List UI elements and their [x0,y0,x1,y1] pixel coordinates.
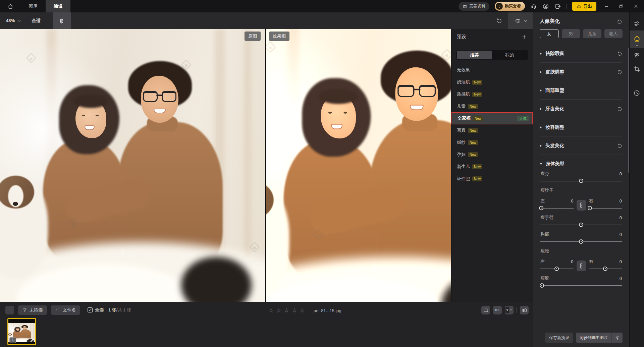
slider-knob[interactable] [579,223,583,227]
gender-male-button[interactable]: 男 [562,29,580,38]
complete-profile-button[interactable]: 完善资料 [459,2,489,11]
purchase-plan-label: 购买套餐 [505,3,521,9]
sync-settings-button[interactable] [612,333,623,343]
preset-item-none[interactable]: 无效果 [451,64,533,76]
slider-track[interactable] [589,266,622,272]
support-button[interactable] [530,3,537,10]
adjust-tool-button[interactable] [630,16,644,31]
zoom-level-value: 48% [6,18,15,23]
preset-item-maternity[interactable]: 孕妇New [451,149,533,161]
save-preset-button[interactable]: 保存新预设 [545,333,573,343]
add-photo-button[interactable] [5,306,14,314]
section-blemish-removal[interactable]: 祛除瑕疵 [533,44,629,63]
slider-track[interactable] [540,283,622,288]
preset-item-photo-shoot[interactable]: 写真New [451,124,533,136]
section-reset-button[interactable] [617,106,623,112]
close-button[interactable] [631,4,641,9]
star-icon[interactable] [300,307,305,314]
export-button[interactable]: 导出 [572,2,596,11]
logout-button[interactable] [554,3,561,10]
slider-knob[interactable] [603,267,607,271]
section-reset-button[interactable] [617,143,623,149]
zoom-level-dropdown[interactable]: 48% [0,18,20,23]
account-button[interactable] [542,3,549,10]
section-reset-button[interactable] [617,51,623,56]
link-sliders-button[interactable] [577,200,586,211]
dual-view-button[interactable] [520,306,529,314]
gender-elder-button[interactable]: 老人 [604,29,623,38]
reset-edits-button[interactable] [490,17,508,24]
tab-mine[interactable]: 我的 [492,51,527,59]
sync-to-selected-button[interactable]: 同步到选中图片 [576,333,612,343]
slider-track[interactable] [540,206,574,211]
slider-track[interactable] [540,222,622,228]
gender-selector: 女 男 儿童 老人 [533,24,629,44]
gender-child-button[interactable]: 儿童 [583,29,601,38]
funnel-icon [22,308,27,312]
fit-button[interactable]: 合适 [32,18,41,24]
slider-knob[interactable] [588,206,592,210]
restore-button[interactable] [616,4,626,9]
checkbox-checked-icon [88,307,93,312]
filmstrip-toggle-button[interactable] [481,306,490,314]
section-hair-beautify[interactable]: 头发美化 [533,136,629,155]
slider-value: 0 [620,171,622,176]
tab-edit[interactable]: 编辑 [46,0,70,12]
slider-knob[interactable] [579,179,583,183]
portrait-tag: 人像 [517,116,529,121]
clock-icon [633,90,640,97]
tool-strip [629,12,644,347]
color-circles-icon [633,52,640,59]
gender-female-button[interactable]: 女 [540,29,559,38]
star-icon[interactable] [268,307,274,314]
star-icon[interactable] [291,307,297,314]
preset-item-newborn[interactable]: 新生儿New [451,161,533,173]
chain-link-icon [579,263,584,269]
slider-track[interactable] [540,239,622,244]
color-tool-button[interactable] [630,48,644,62]
filter-button[interactable]: 未筛选 [18,305,47,315]
slider-knob[interactable] [540,283,544,288]
purchase-plan-button[interactable]: 购买套餐 [495,2,525,11]
tab-recommended[interactable]: 推荐 [457,51,492,59]
section-teeth-whiten[interactable]: 牙齿美化 [533,100,629,118]
preset-item-child[interactable]: 儿童New [451,100,533,112]
slider-knob[interactable] [579,239,583,244]
add-preset-button[interactable] [521,34,527,40]
section-reset-button[interactable] [617,69,623,75]
section-face-reshape[interactable]: 面部重塑 [533,81,629,100]
section-makeup-adjust[interactable]: 妆容调整 [533,118,629,136]
preset-item-texture-skin[interactable]: 质感肌New [451,88,533,100]
star-rating[interactable] [268,307,305,314]
slider-track[interactable] [589,206,622,211]
reset-beautify-button[interactable] [616,18,623,24]
portrait-tool-button[interactable] [630,31,644,48]
star-icon[interactable] [284,307,289,314]
preset-item-family-selected[interactable]: 全家福New人像 [451,112,533,124]
slider-track[interactable] [540,178,622,184]
crop-tool-button[interactable] [630,62,644,76]
home-button[interactable] [0,3,21,10]
preset-item-cream-skin[interactable]: 奶油肌New [451,76,533,88]
history-button[interactable] [630,86,644,100]
slider-knob[interactable] [554,267,559,271]
preset-item-wedding[interactable]: 婚纱New [451,136,533,149]
before-after-toggle-button[interactable]: RA [493,306,502,314]
slider-knob[interactable] [539,206,543,210]
hand-tool-button[interactable] [53,12,71,29]
select-all-label: 全选 [95,307,104,313]
link-sliders-button[interactable] [577,261,586,271]
slider-track[interactable] [540,266,574,272]
section-skin-adjust[interactable]: 皮肤调整 [533,63,629,81]
tab-gallery[interactable]: 图库 [21,0,46,12]
section-body-shape[interactable]: 身体美型 [533,155,629,167]
sort-button[interactable]: 文件名 [51,305,80,315]
star-icon[interactable] [276,307,281,314]
photo-thumbnail[interactable]: 1 [7,318,36,345]
panel-scrollbar[interactable] [628,48,629,173]
compare-button[interactable] [508,12,533,29]
preset-item-id-photo[interactable]: 证件照New [451,173,533,185]
minimize-button[interactable] [602,4,611,9]
split-compare-button[interactable]: YY [505,306,514,314]
select-all-checkbox[interactable]: 全选 [88,307,104,313]
